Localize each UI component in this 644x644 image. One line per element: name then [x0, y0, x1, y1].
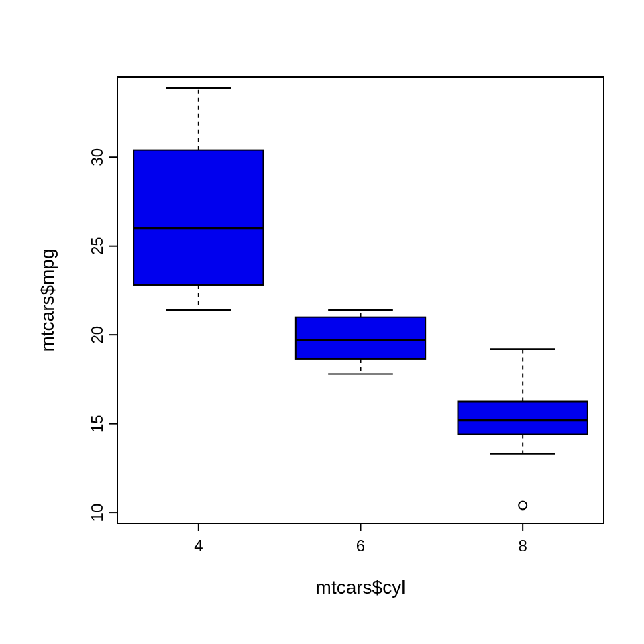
- box: [296, 317, 425, 359]
- x-axis-label: mtcars$cyl: [316, 577, 406, 598]
- y-tick-label: 30: [88, 148, 106, 166]
- box: [458, 402, 588, 435]
- box: [133, 150, 263, 285]
- y-tick-label: 25: [88, 237, 106, 255]
- x-tick-label: 6: [356, 537, 365, 555]
- plot-frame: [117, 77, 604, 523]
- y-tick-label: 20: [88, 326, 106, 344]
- y-tick-label: 15: [88, 415, 106, 433]
- y-tick-label: 10: [88, 504, 106, 522]
- outlier-point: [519, 502, 527, 510]
- x-tick-label: 4: [194, 537, 203, 555]
- boxplot-chart: 1015202530468mtcars$cylmtcars$mpg: [0, 0, 644, 644]
- y-axis-label: mtcars$mpg: [37, 248, 58, 352]
- x-tick-label: 8: [518, 537, 527, 555]
